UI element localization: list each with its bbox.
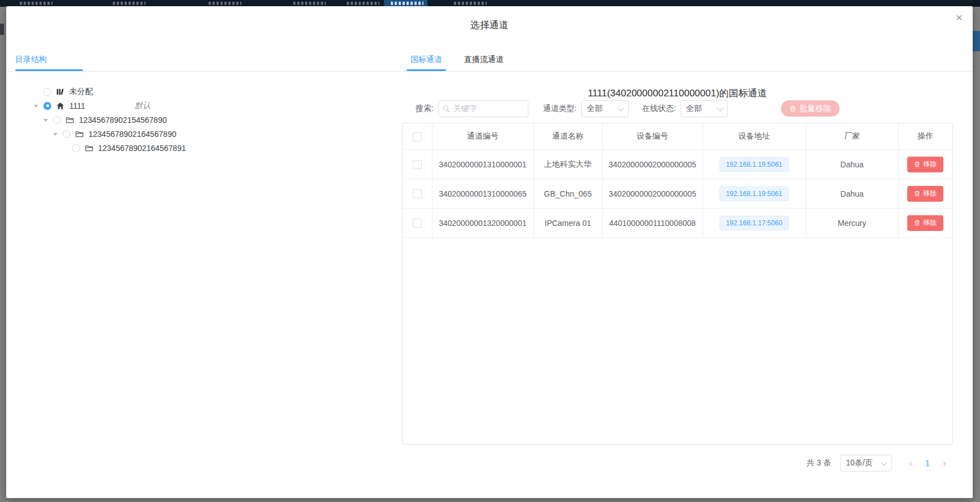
remove-button[interactable]: 移除 [907, 215, 943, 231]
cell-channel-no: 34020000001310000065 [432, 179, 533, 208]
channel-table: 通道编号 通道名称 设备编号 设备地址 厂家 操作 34020000001310… [402, 123, 953, 445]
tree-item-label: 12345678902164567891 [98, 144, 186, 153]
caret-down-icon[interactable] [33, 99, 39, 113]
channel-type-label: 通道类型: [543, 104, 577, 114]
remove-label: 移除 [923, 189, 937, 198]
tree-item-label: 1111 [69, 101, 85, 110]
row-checkbox[interactable] [413, 219, 422, 228]
background-accent-strip [973, 31, 980, 51]
search-icon [443, 105, 450, 112]
col-device-address: 设备地址 [703, 123, 806, 150]
clipped-nav-item [209, 2, 241, 5]
clipped-nav-item [113, 2, 145, 5]
tab-gb-channel[interactable]: 国标通道 [410, 55, 442, 65]
cell-vendor: Dahua [806, 150, 898, 179]
col-action: 操作 [898, 123, 952, 150]
batch-remove-label: 批量移除 [800, 104, 831, 114]
folder-icon [76, 130, 85, 139]
trash-icon [789, 105, 796, 112]
radio-folder[interactable] [63, 130, 70, 138]
remove-button[interactable]: 移除 [907, 157, 943, 172]
modal-title: 选择通道 [6, 19, 973, 32]
col-channel-name: 通道名称 [533, 123, 602, 150]
remove-label: 移除 [923, 159, 937, 169]
search-placeholder: 关键字 [453, 104, 477, 114]
remove-label: 移除 [923, 218, 937, 228]
channel-type-select[interactable]: 全部 [581, 100, 629, 117]
caret-placeholder [61, 141, 68, 155]
home-icon [56, 101, 65, 110]
caret-down-icon[interactable] [42, 113, 49, 127]
tab-live-stream-channel[interactable]: 直播流通道 [464, 55, 504, 65]
row-checkbox[interactable] [413, 189, 422, 198]
tree-item-1111[interactable]: 1111 默认 [33, 99, 382, 113]
clipped-nav-item [20, 2, 52, 5]
search-input[interactable]: 关键字 [438, 100, 528, 117]
prev-page-icon[interactable]: ‹ [902, 455, 919, 471]
cell-channel-name: IPCamera 01 [533, 208, 602, 238]
folder-icon [66, 115, 75, 125]
tree-item-folder[interactable]: 12345678902164567890 [33, 127, 382, 141]
page-size-value: 10条/页 [846, 458, 872, 468]
clipped-nav-item [293, 2, 326, 5]
table-row: 34020000001310000001 上地科实大华 340200000020… [403, 150, 952, 179]
background-edge [0, 24, 4, 35]
tree-item-label: 未分配 [69, 87, 93, 97]
folder-icon [85, 144, 94, 153]
cell-vendor: Mercury [806, 208, 898, 238]
table-row: 34020000001310000065 GB_Chn_065 34020000… [403, 179, 952, 208]
tabs-divider [6, 71, 973, 72]
trash-icon [914, 190, 920, 197]
tree-item-unassigned[interactable]: 未分配 [33, 85, 382, 99]
pagination: 共 3 条 10条/页 ‹ 1 › [402, 455, 953, 472]
search-filter-row: 搜索: 关键字 通道类型: 全部 在线状态: 全部 [416, 100, 728, 118]
cell-device-no: 44010000001110008008 [602, 208, 703, 238]
select-all-checkbox[interactable] [413, 132, 422, 141]
clipped-nav-item [347, 2, 379, 5]
caret-placeholder [33, 85, 39, 99]
col-vendor: 厂家 [806, 123, 898, 150]
cell-device-no: 34020000002000000005 [602, 179, 703, 208]
total-count: 共 3 条 [806, 458, 831, 468]
next-page-icon[interactable]: › [936, 455, 953, 471]
device-address-tag[interactable]: 192.168.1.17:5060 [719, 216, 788, 230]
background-edge [973, 0, 980, 7]
tree-item-folder[interactable]: 12345678902154567890 [33, 113, 382, 127]
clipped-nav-item [454, 2, 487, 5]
col-device-no: 设备编号 [602, 123, 703, 150]
radio-folder[interactable] [72, 144, 80, 152]
batch-remove-button[interactable]: 批量移除 [781, 100, 840, 117]
page-number-current[interactable]: 1 [919, 459, 936, 468]
table-row: 34020000001320000001 IPCamera 01 4401000… [403, 208, 952, 238]
row-checkbox[interactable] [413, 160, 422, 169]
remove-button[interactable]: 移除 [907, 186, 943, 202]
online-state-value: 全部 [686, 104, 702, 114]
online-state-select[interactable]: 全部 [681, 100, 728, 117]
tab-directory-structure[interactable]: 目录结构 [15, 55, 47, 65]
chevron-down-icon [881, 459, 887, 465]
page-size-select[interactable]: 10条/页 [840, 455, 892, 472]
radio-selected[interactable] [43, 102, 51, 110]
clipped-nav-item [391, 2, 423, 5]
trash-icon [914, 161, 920, 167]
directory-tree: 未分配 1111 默认 12345678902154567890 [33, 85, 382, 155]
tree-item-folder[interactable]: 12345678902164567891 [33, 141, 382, 155]
device-address-tag[interactable]: 192.168.1.19:5061 [719, 157, 788, 172]
radio-folder[interactable] [53, 116, 61, 124]
radio-unassigned[interactable] [43, 88, 51, 96]
caret-down-icon[interactable] [52, 127, 59, 141]
close-icon[interactable]: × [956, 12, 963, 23]
table-header-row: 通道编号 通道名称 设备编号 设备地址 厂家 操作 [403, 123, 952, 150]
col-channel-no: 通道编号 [432, 123, 533, 150]
cell-channel-no: 34020000001320000001 [432, 208, 533, 238]
cell-channel-name: 上地科实大华 [533, 150, 602, 179]
cell-channel-name: GB_Chn_065 [533, 179, 602, 208]
archive-icon [56, 87, 65, 96]
chevron-down-icon [717, 105, 723, 111]
device-address-tag[interactable]: 192.168.1.19:5061 [719, 186, 788, 201]
trash-icon [914, 220, 920, 226]
search-label: 搜索: [416, 104, 434, 114]
online-state-label: 在线状态: [642, 104, 676, 114]
tree-item-label: 12345678902164567890 [89, 130, 176, 139]
channel-type-value: 全部 [587, 104, 603, 114]
